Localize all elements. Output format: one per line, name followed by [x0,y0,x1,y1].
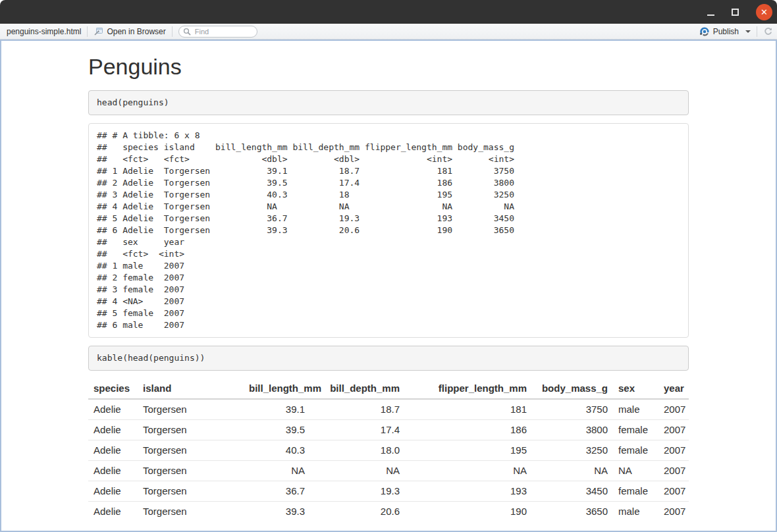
document-page: Penguins head(penguins) ## # A tibble: 6… [88,41,689,521]
viewer-pane: Penguins head(penguins) ## # A tibble: 6… [0,40,777,532]
table-cell: Torgersen [138,420,244,440]
table-header-cell: body_mass_g [532,379,613,399]
table-cell: Adelie [88,461,138,481]
table-cell: NA [613,461,658,481]
publish-icon [699,26,710,37]
table-cell: 3250 [532,440,613,461]
table-header-cell: year [658,379,689,399]
table-cell: 39.5 [244,420,310,440]
window-titlebar: ✕ [0,0,777,24]
close-button[interactable]: ✕ [756,4,772,20]
table-row: AdelieTorgersenNANANANANA2007 [88,461,689,481]
table-row: AdelieTorgersen39.517.41863800female2007 [88,420,689,440]
table-cell: NA [532,461,613,481]
table-header-cell: bill_length_mm [244,379,310,399]
table-header-cell: flipper_length_mm [405,379,532,399]
table-row: AdelieTorgersen39.118.71813750male2007 [88,399,689,420]
table-header-cell: sex [613,379,658,399]
table-head: speciesislandbill_length_mmbill_depth_mm… [88,379,689,399]
code-chunk-2: kable(head(penguins)) [88,346,689,371]
code-chunk-1: head(penguins) [88,90,689,115]
table-row: AdelieTorgersen36.719.31933450female2007 [88,481,689,502]
table-cell: Adelie [88,440,138,461]
table-header-row: speciesislandbill_length_mmbill_depth_mm… [88,379,689,399]
table-cell: 3450 [532,481,613,502]
table-cell: male [613,399,658,420]
minimize-button[interactable] [707,8,714,16]
open-in-browser-button[interactable]: Open in Browser [94,26,165,36]
toolbar-separator [172,26,173,37]
table-cell: 40.3 [244,440,310,461]
console-output: ## # A tibble: 6 x 8 ## species island b… [88,123,689,338]
table-cell: 39.1 [244,399,310,420]
page-title: Penguins [88,54,689,79]
table-cell: female [613,420,658,440]
table-cell: 39.3 [244,502,310,522]
table-cell: 20.6 [310,502,405,522]
table-cell: female [613,440,658,461]
table-body: AdelieTorgersen39.118.71813750male2007Ad… [88,399,689,521]
table-cell: 190 [405,502,532,522]
table-cell: 2007 [658,461,689,481]
table-cell: NA [244,461,310,481]
table-cell: 2007 [658,420,689,440]
table-cell: Adelie [88,420,138,440]
table-cell: female [613,481,658,502]
penguins-table: speciesislandbill_length_mmbill_depth_mm… [88,379,689,521]
toolbar-separator [757,26,757,37]
table-cell: 18.0 [310,440,405,461]
table-row: AdelieTorgersen40.318.01953250female2007 [88,440,689,461]
toolbar-separator [87,26,88,37]
table-cell: Torgersen [138,440,244,461]
table-cell: 181 [405,399,532,420]
open-in-browser-label: Open in Browser [107,27,165,36]
table-row: AdelieTorgersen39.320.61903650male2007 [88,502,689,522]
table-cell: Adelie [88,399,138,420]
table-header-cell: species [88,379,138,399]
table-cell: 2007 [658,502,689,522]
find-box [178,26,257,38]
table-cell: 3800 [532,420,613,440]
publish-dropdown-caret[interactable] [745,30,751,33]
table-cell: Adelie [88,502,138,522]
table-header-cell: bill_depth_mm [310,379,405,399]
table-header-cell: island [138,379,244,399]
publish-button[interactable]: Publish [699,26,751,37]
table-cell: Torgersen [138,502,244,522]
table-cell: Torgersen [138,481,244,502]
close-icon: ✕ [761,8,768,16]
table-cell: 186 [405,420,532,440]
table-cell: 36.7 [244,481,310,502]
open-in-browser-icon [94,26,103,36]
maximize-icon [732,9,739,16]
table-cell: 19.3 [310,481,405,502]
refresh-button[interactable] [763,26,773,36]
table-cell: 3750 [532,399,613,420]
table-cell: 195 [405,440,532,461]
publish-label: Publish [713,27,739,36]
search-icon [183,28,191,36]
table-cell: 18.7 [310,399,405,420]
table-cell: male [613,502,658,522]
maximize-button[interactable] [732,9,739,16]
table-cell: Adelie [88,481,138,502]
document-filename: penguins-simple.html [7,27,81,36]
table-cell: Torgersen [138,461,244,481]
minimize-icon [707,14,714,16]
table-cell: 3650 [532,502,613,522]
table-cell: 2007 [658,440,689,461]
table-cell: NA [310,461,405,481]
table-cell: 17.4 [310,420,405,440]
viewer-toolbar: penguins-simple.html Open in Browser [0,24,777,40]
table-cell: Torgersen [138,399,244,420]
table-cell: 2007 [658,399,689,420]
table-cell: 193 [405,481,532,502]
table-cell: NA [405,461,532,481]
refresh-icon [763,26,773,36]
table-cell: 2007 [658,481,689,502]
